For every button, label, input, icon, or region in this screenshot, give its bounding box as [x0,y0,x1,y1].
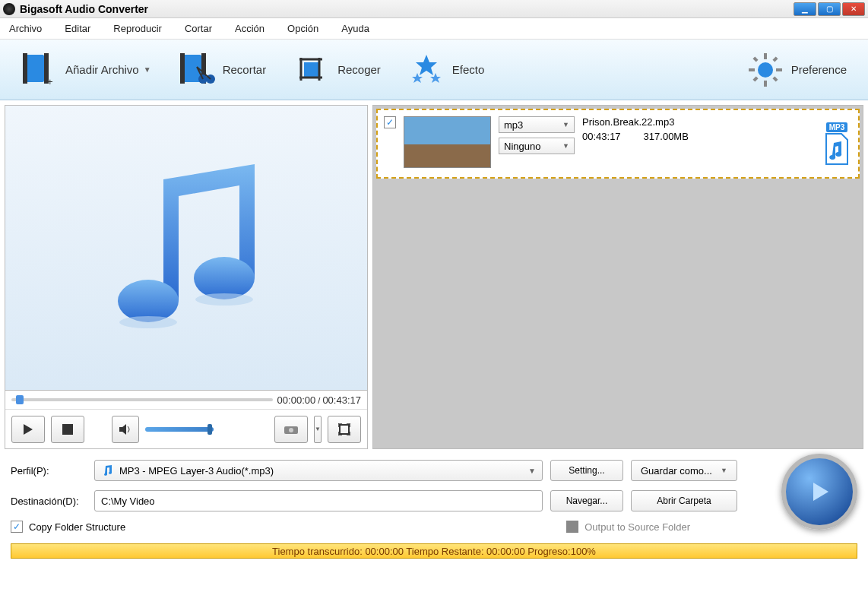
format-dropdown[interactable]: mp3▼ [499,116,575,133]
seek-slider[interactable] [11,398,273,401]
menu-cortar[interactable]: Cortar [185,23,212,34]
svg-rect-12 [764,81,767,87]
svg-rect-23 [62,424,73,435]
add-file-button[interactable]: + Añadir Archivo ▼ [15,49,157,91]
file-duration: 00:43:17 [582,131,621,142]
app-title: Bigasoft Audio Converter [20,3,794,15]
svg-point-21 [119,316,177,328]
svg-rect-17 [772,56,778,62]
svg-rect-11 [764,53,767,59]
effect-label: Efecto [452,63,485,76]
bottom-panel: Perfil(P): MP3 - MPEG Layer-3 Audio(*.mp… [0,454,868,565]
svg-rect-26 [340,425,349,434]
music-icon [101,464,115,477]
trim-button[interactable]: Recortar [173,49,273,91]
crop-icon [293,52,330,88]
add-file-icon: + [21,52,58,88]
crop-label: Recoger [337,63,381,76]
save-as-button[interactable]: Guardar como...▼ [631,460,737,481]
destination-label: Destinación(D): [11,496,87,507]
svg-point-10 [758,62,773,78]
menu-editar[interactable]: Editar [65,23,90,34]
fullscreen-button[interactable] [328,416,361,443]
file-list[interactable]: ✓ mp3▼ Ninguno▼ Prison.Break.22.mp3 00:4… [372,105,863,449]
svg-rect-14 [776,68,782,71]
copy-structure-checkbox[interactable]: ✓ Copy Folder Structure [11,521,125,533]
volume-slider[interactable] [145,427,214,432]
file-thumbnail [404,116,491,168]
file-name: Prison.Break.22.mp3 [582,116,689,128]
file-type-badge: MP3 [822,122,852,166]
svg-rect-15 [752,56,758,62]
svg-rect-13 [749,68,755,71]
setting-button[interactable]: Setting... [550,460,623,481]
menu-ayuda[interactable]: Ayuda [341,23,369,34]
svg-text:+: + [47,76,53,87]
gear-icon [747,52,784,88]
svg-rect-0 [26,55,44,82]
effect-icon [408,52,445,88]
effect-dropdown[interactable]: Ninguno▼ [499,138,575,154]
output-source-checkbox[interactable]: ✓ Output to Source Folder [566,521,690,533]
file-row[interactable]: ✓ mp3▼ Ninguno▼ Prison.Break.22.mp3 00:4… [376,109,860,179]
svg-rect-5 [180,53,185,84]
menu-opcion[interactable]: Opción [287,23,318,34]
toolbar: + Añadir Archivo ▼ Recortar Recoger Efec… [0,40,868,100]
svg-point-20 [194,257,255,299]
player-controls: ▼ [5,409,367,448]
preference-button[interactable]: Preference [741,49,853,91]
destination-field[interactable]: C:\My Video [94,490,543,511]
file-checkbox[interactable]: ✓ [384,116,396,128]
maximize-button[interactable]: ▢ [818,2,841,16]
file-size: 317.00MB [644,131,689,142]
time-display: 00:00:00 / 00:43:17 [277,394,361,406]
trim-label: Recortar [223,63,267,76]
profile-label: Perfil(P): [11,465,87,477]
play-button[interactable] [11,416,45,443]
main-area: 00:00:00 / 00:43:17 ▼ ✓ mp3▼ Ninguno▼ [0,100,868,454]
menu-accion[interactable]: Acción [235,23,265,34]
svg-rect-16 [772,76,778,81]
seek-slider-row: 00:00:00 / 00:43:17 [5,391,367,409]
stop-button[interactable] [51,416,84,443]
close-button[interactable]: ✕ [842,2,865,16]
svg-point-25 [289,428,293,432]
add-file-label: Añadir Archivo [65,63,139,76]
titlebar: Bigasoft Audio Converter ▁ ▢ ✕ [0,0,868,18]
menu-archivo[interactable]: Archivo [9,23,42,34]
svg-rect-1 [23,53,27,84]
svg-point-19 [118,280,179,322]
open-folder-button[interactable]: Abrir Carpeta [631,490,737,511]
trim-icon [179,52,215,88]
minimize-button[interactable]: ▁ [794,2,816,16]
profile-dropdown[interactable]: MP3 - MPEG Layer-3 Audio(*.mp3) ▼ [94,460,543,481]
snapshot-dropdown[interactable]: ▼ [314,416,322,443]
volume-button[interactable] [112,416,139,443]
preview-canvas [5,106,367,390]
svg-point-22 [195,293,253,306]
status-bar: Tiempo transcurrido: 00:00:00 Tiempo Res… [11,543,857,559]
svg-rect-9 [304,62,319,78]
music-note-icon [87,149,285,347]
convert-button[interactable] [781,454,857,530]
preview-panel: 00:00:00 / 00:43:17 ▼ [5,105,368,449]
preference-label: Preference [791,63,847,76]
app-icon [3,3,15,15]
menubar: Archivo Editar Reproducir Cortar Acción … [0,18,868,40]
svg-rect-18 [752,76,758,81]
crop-button[interactable]: Recoger [287,49,387,91]
snapshot-button[interactable] [274,416,308,443]
browse-button[interactable]: Navegar... [550,490,623,511]
effect-button[interactable]: Efecto [402,49,491,91]
menu-reproducir[interactable]: Reproducir [113,23,162,34]
dropdown-arrow-icon: ▼ [144,65,151,74]
